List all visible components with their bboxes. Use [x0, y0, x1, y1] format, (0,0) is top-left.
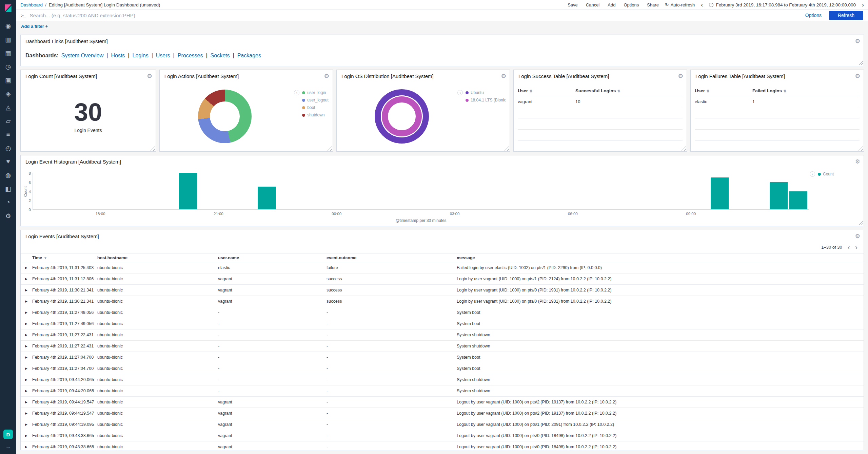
- auto-refresh-button[interactable]: ↻ Auto-refresh: [665, 2, 695, 7]
- sidebar-expand-icon[interactable]: →: [5, 444, 11, 450]
- row-expand-icon[interactable]: ▶: [21, 434, 32, 437]
- panel-options-gear-icon[interactable]: ⚙: [855, 73, 860, 79]
- dashboard-link-logins[interactable]: Logins: [132, 53, 148, 58]
- panel-options-gear-icon[interactable]: ⚙: [855, 159, 860, 165]
- dashboard-link-packages[interactable]: Packages: [237, 53, 261, 58]
- histogram-bar[interactable]: [770, 182, 788, 209]
- time-cell: February 4th 2019, 09:44:19.095: [32, 422, 97, 427]
- dashboard-link-system-overview[interactable]: System Overview: [61, 53, 103, 58]
- login-actions-donut[interactable]: [198, 90, 252, 143]
- row-expand-icon[interactable]: ▶: [21, 333, 32, 337]
- row-expand-icon[interactable]: ▶: [21, 378, 32, 381]
- histogram-bar[interactable]: [258, 187, 276, 209]
- outcome-cell: -: [327, 411, 457, 416]
- row-expand-icon[interactable]: ▶: [21, 423, 32, 426]
- histogram-bar[interactable]: [711, 177, 729, 209]
- row-expand-icon[interactable]: ▶: [21, 300, 32, 303]
- infrastructure-icon[interactable]: ▱: [0, 114, 16, 128]
- row-expand-icon[interactable]: ▶: [21, 356, 32, 359]
- column-header-failed-logins[interactable]: Failed Logins⇅: [752, 88, 860, 93]
- discover-icon[interactable]: ◉: [0, 19, 16, 33]
- legend-collapse-icon[interactable]: ‹: [810, 171, 815, 177]
- column-header-user-name[interactable]: user.name: [218, 256, 327, 260]
- legend-item-boot[interactable]: boot: [302, 105, 329, 110]
- row-expand-icon[interactable]: ▶: [21, 277, 32, 281]
- row-expand-icon[interactable]: ▶: [21, 389, 32, 393]
- legend-item-count[interactable]: Count: [818, 172, 834, 176]
- panel-resize-handle[interactable]: [859, 221, 863, 225]
- login-histogram-plot: @timestamp per 30 minutes 0246818:0021:0…: [33, 173, 809, 210]
- dashboard-link-sockets[interactable]: Sockets: [211, 53, 230, 58]
- machine-learning-icon[interactable]: ◬: [0, 100, 16, 114]
- row-expand-icon[interactable]: ▶: [21, 445, 32, 449]
- login-os-donut[interactable]: [375, 89, 429, 144]
- breadcrumb-dashboard[interactable]: Dashboard: [20, 2, 43, 7]
- space-badge[interactable]: D: [3, 430, 13, 439]
- panel-options-gear-icon[interactable]: ⚙: [501, 73, 506, 79]
- legend-collapse-icon[interactable]: ‹: [294, 90, 299, 95]
- row-expand-icon[interactable]: ▶: [21, 344, 32, 348]
- legend-item-user-logout[interactable]: user_logout: [302, 98, 329, 102]
- menu-item-add[interactable]: Add: [608, 2, 615, 7]
- search-input[interactable]: [30, 13, 801, 18]
- row-expand-icon[interactable]: ▶: [21, 322, 32, 325]
- panel-options-gear-icon[interactable]: ⚙: [147, 73, 152, 79]
- column-header-user[interactable]: User⇅: [695, 88, 752, 93]
- add-filter-link[interactable]: Add a filter +: [21, 24, 48, 29]
- column-header-user[interactable]: User⇅: [518, 88, 575, 93]
- timelion-icon[interactable]: ◷: [0, 60, 16, 73]
- pagination-prev-icon[interactable]: ‹: [848, 244, 850, 250]
- kibana-logo[interactable]: [0, 0, 16, 16]
- query-options-link[interactable]: Options: [805, 13, 822, 18]
- refresh-button[interactable]: Refresh: [829, 11, 863, 20]
- time-forward-chevron-icon[interactable]: ›: [862, 2, 864, 8]
- row-expand-icon[interactable]: ▶: [21, 412, 32, 415]
- legend-collapse-icon[interactable]: ‹: [457, 90, 463, 95]
- chart-legend: ‹Ubuntu18.04.1 LTS (Bionic B...: [466, 90, 506, 102]
- panel-options-gear-icon[interactable]: ⚙: [324, 73, 329, 79]
- maps-icon[interactable]: ◈: [0, 87, 16, 100]
- legend-item-user-login[interactable]: user_login: [302, 90, 329, 95]
- menu-item-share[interactable]: Share: [647, 2, 659, 7]
- panel-options-gear-icon[interactable]: ⚙: [678, 73, 683, 79]
- panel-options-gear-icon[interactable]: ⚙: [855, 233, 860, 239]
- monitoring-icon[interactable]: ◔: [0, 195, 16, 209]
- column-header-host-hostname[interactable]: host.hostname: [97, 256, 218, 260]
- column-header-message[interactable]: message: [457, 256, 864, 260]
- dashboard-link-hosts[interactable]: Hosts: [111, 53, 125, 58]
- apm-icon[interactable]: ◴: [0, 141, 16, 155]
- dashboard-icon[interactable]: ▦: [0, 46, 16, 60]
- histogram-bar[interactable]: [789, 191, 807, 210]
- time-range-picker[interactable]: February 3rd 2019, 16:17:08.984 to Febru…: [709, 2, 856, 7]
- panel-options-gear-icon[interactable]: ⚙: [855, 38, 860, 44]
- table-row: ▶February 4th 2019, 11:27:49.056ubuntu-b…: [21, 307, 864, 318]
- menu-item-save[interactable]: Save: [568, 2, 578, 7]
- panel-resize-handle[interactable]: [859, 61, 863, 65]
- row-expand-icon[interactable]: ▶: [21, 367, 32, 370]
- uptime-icon[interactable]: ♥: [0, 155, 16, 168]
- legend-item-ubuntu[interactable]: Ubuntu: [466, 90, 506, 95]
- dashboard-link-processes[interactable]: Processes: [178, 53, 203, 58]
- legend-item-18-04-1-lts-bionic-b[interactable]: 18.04.1 LTS (Bionic B...: [466, 98, 506, 102]
- pagination-next-icon[interactable]: ›: [855, 244, 857, 250]
- row-expand-icon[interactable]: ▶: [21, 266, 32, 269]
- column-header-time[interactable]: Time▼: [32, 256, 97, 260]
- menu-item-options[interactable]: Options: [624, 2, 639, 7]
- graph-icon[interactable]: ◍: [0, 168, 16, 182]
- histogram-bar[interactable]: [179, 173, 197, 209]
- menu-item-cancel[interactable]: Cancel: [586, 2, 599, 7]
- visualize-icon[interactable]: ▥: [0, 33, 16, 46]
- row-expand-icon[interactable]: ▶: [21, 400, 32, 404]
- message-cell: Logout by user vagrant (UID: 1000) on pt…: [457, 422, 864, 427]
- management-icon[interactable]: ⚙: [0, 209, 16, 223]
- dashboard-link-users[interactable]: Users: [156, 53, 170, 58]
- row-expand-icon[interactable]: ▶: [21, 311, 32, 314]
- logs-icon[interactable]: ≡: [0, 128, 16, 141]
- column-header-event-outcome[interactable]: event.outcome: [327, 256, 457, 260]
- canvas-icon[interactable]: ▣: [0, 73, 16, 87]
- row-expand-icon[interactable]: ▶: [21, 288, 32, 292]
- column-header-successful-logins[interactable]: Successful Logins⇅: [575, 88, 683, 93]
- legend-item-shutdown[interactable]: shutdown: [302, 113, 329, 117]
- time-back-chevron-icon[interactable]: ‹: [701, 2, 703, 8]
- dev-tools-icon[interactable]: ◧: [0, 182, 16, 195]
